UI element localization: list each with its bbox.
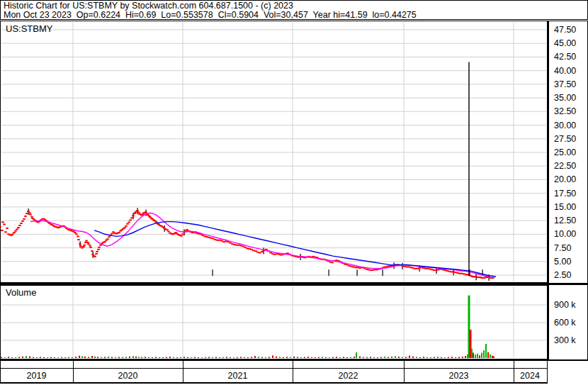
year-divider xyxy=(293,361,293,369)
volume-label: Volume xyxy=(6,287,36,298)
price-tick-label: 17.50 xyxy=(554,189,576,199)
price-tick-label: 27.50 xyxy=(554,134,576,144)
title-bar: Historic Chart for US:STBMY by Stockwatc… xyxy=(0,0,588,20)
year-divider xyxy=(404,361,405,369)
price-tick-label: 15.00 xyxy=(554,202,576,212)
year-label: 2019 xyxy=(26,371,48,381)
price-tick-label: 30.00 xyxy=(554,121,576,130)
year-divider xyxy=(183,369,183,382)
volume-tick-label: 600 k xyxy=(554,318,576,328)
price-tick-label: 37.50 xyxy=(554,79,576,89)
price-tick-label: 40.00 xyxy=(554,66,576,76)
price-tick-label: 7.50 xyxy=(554,243,571,253)
price-tick-label: 5.00 xyxy=(554,257,571,267)
price-tick-label: 10.00 xyxy=(554,229,576,239)
price-tick-label: 12.50 xyxy=(554,216,576,225)
price-tick-label: 25.00 xyxy=(554,147,576,157)
year-divider xyxy=(514,369,514,382)
year-divider xyxy=(404,369,405,382)
price-tick-label: 42.50 xyxy=(554,52,576,62)
year-divider xyxy=(514,361,514,369)
year-divider xyxy=(73,369,74,382)
price-chart-panel xyxy=(0,21,548,284)
price-tick-label: 45.00 xyxy=(554,38,576,48)
price-tick-label: 20.00 xyxy=(554,174,576,184)
year-label: 2024 xyxy=(519,371,541,381)
year-label: 2023 xyxy=(448,371,470,381)
price-tick-label: 2.50 xyxy=(554,270,571,280)
year-label: 2021 xyxy=(227,371,249,381)
stock-chart-page: Historic Chart for US:STBMY by Stockwatc… xyxy=(0,0,588,385)
x-axis-tick-strip xyxy=(0,361,548,369)
year-divider xyxy=(73,361,74,369)
quote-summary-line: Mon Oct 23 2023 Op=0.6224 Hi=0.69 Lo=0.5… xyxy=(4,11,417,20)
price-tick-label: 22.50 xyxy=(554,161,576,171)
price-tick-label: 47.50 xyxy=(554,25,576,35)
volume-tick-label: 300 k xyxy=(554,335,576,345)
year-divider xyxy=(183,361,183,369)
price-tick-label: 32.50 xyxy=(554,106,576,116)
year-divider xyxy=(293,369,293,382)
year-label: 2022 xyxy=(337,371,360,381)
price-tick-label: 35.00 xyxy=(554,93,576,103)
volume-chart-panel xyxy=(0,284,548,361)
year-label: 2020 xyxy=(117,371,140,381)
symbol-label: US:STBMY xyxy=(6,23,52,34)
volume-tick-label: 900 k xyxy=(554,300,576,310)
